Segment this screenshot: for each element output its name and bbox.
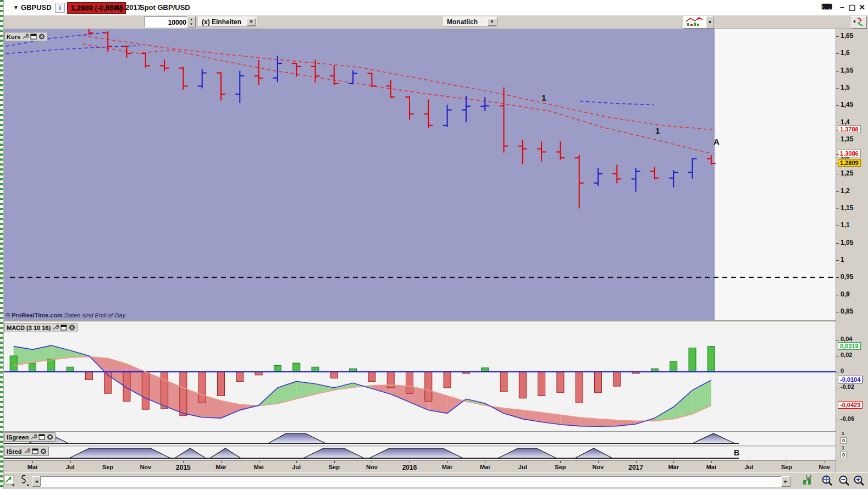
price-tick-label: 0,95 xyxy=(841,273,853,281)
isgreen-panel-chip: ISgreen xyxy=(4,432,56,442)
svg-text:1: 1 xyxy=(655,126,660,135)
window-icon[interactable] xyxy=(30,34,37,40)
spin-down-icon[interactable]: ▼ xyxy=(187,22,195,27)
panel-separator[interactable] xyxy=(0,431,836,433)
keyboard-icon[interactable]: ⌨ xyxy=(821,2,830,11)
panel-separator[interactable] xyxy=(0,320,836,323)
quantity-stepper[interactable]: ▲ ▼ xyxy=(187,17,196,28)
close-icon[interactable] xyxy=(47,434,53,440)
isgreen-plot[interactable] xyxy=(0,432,836,446)
close-icon[interactable] xyxy=(38,34,45,40)
macd-value-box: -0,0104 xyxy=(838,376,863,383)
maximize-button[interactable]: ▢ xyxy=(848,3,856,12)
price-tick-label: 1,65 xyxy=(841,32,853,40)
price-tick-label: 1,1 xyxy=(841,221,850,229)
realtime-sync-button[interactable] xyxy=(852,16,867,29)
price-axis[interactable]: 1,651,61,551,51,451,41,351,31,251,21,151… xyxy=(836,29,868,472)
wrench-icon[interactable] xyxy=(24,448,30,454)
time-axis-label: Jul xyxy=(66,464,75,470)
axis-tick xyxy=(70,461,71,463)
price-tick-label: 1,45 xyxy=(841,101,853,108)
axis-tick xyxy=(836,340,839,340)
dock-handle-strip[interactable] xyxy=(0,0,4,489)
chart-type-button[interactable] xyxy=(683,16,706,29)
price-tick-label: 1,2 xyxy=(841,187,850,195)
info-icon[interactable]: i xyxy=(55,3,65,13)
axis-tick xyxy=(836,226,839,226)
axis-tick xyxy=(836,295,839,295)
panel-separator[interactable] xyxy=(0,446,836,447)
macd-plot[interactable] xyxy=(0,322,836,431)
time-axis-label: Sep xyxy=(781,464,792,470)
window-icon[interactable] xyxy=(32,448,38,454)
wrench-icon[interactable] xyxy=(22,34,29,40)
time-axis-label: 2015 xyxy=(176,464,191,471)
link-tool-button[interactable] xyxy=(20,475,32,487)
symbol-caret-icon[interactable]: ▼ xyxy=(13,4,19,10)
close-icon[interactable] xyxy=(69,325,75,331)
axis-tick xyxy=(836,36,839,37)
window-icon[interactable] xyxy=(60,325,67,331)
axis-tick xyxy=(836,53,839,54)
wrench-icon[interactable] xyxy=(30,434,37,440)
symbol-title: GBPUSD xyxy=(21,3,52,12)
wrench-icon[interactable] xyxy=(52,325,59,331)
chart-settings-button[interactable] xyxy=(801,475,814,487)
settings-wrench-icon xyxy=(801,475,814,487)
window-icon[interactable] xyxy=(38,434,45,440)
axis-tick xyxy=(836,163,839,164)
market-name: Spot GBP/USD xyxy=(140,3,190,12)
macd-tick-label: -0,02 xyxy=(841,383,854,390)
time-axis-label: Mär xyxy=(668,464,679,470)
price-chart-plot[interactable]: 11A xyxy=(0,29,836,320)
draw-tool-button[interactable] xyxy=(4,475,16,487)
price-tick-label: 1,55 xyxy=(841,67,853,74)
price-tick-label: 1,25 xyxy=(841,169,853,177)
zoom-in-button[interactable] xyxy=(853,475,865,487)
quantity-input[interactable] xyxy=(145,18,187,28)
time-axis-label: Sep xyxy=(329,464,340,470)
time-axis-label: Jul xyxy=(744,464,753,470)
macd-tick-label: 0 xyxy=(841,367,844,374)
time-axis-label: Sep xyxy=(102,464,113,470)
zoom-reset-button[interactable] xyxy=(820,475,832,487)
time-axis-label: Mai xyxy=(480,464,490,470)
zoom-out-button[interactable] xyxy=(838,475,850,487)
axis-tick xyxy=(296,461,297,463)
chevron-down-icon[interactable]: ▼ xyxy=(247,18,256,26)
zoom-fit-icon xyxy=(820,475,833,488)
time-axis[interactable]: MaiJulSepNov2015MärMaiJulSepNov2016MärMa… xyxy=(0,460,836,473)
minimize-button[interactable]: – xyxy=(838,3,847,12)
is-axis-low-box: 0 xyxy=(841,437,847,444)
chart-type-icon xyxy=(684,17,705,27)
close-button[interactable]: ✕ xyxy=(858,3,866,12)
axis-tick xyxy=(836,174,839,174)
isred-plot[interactable]: B xyxy=(0,446,836,460)
timeframe-dropdown[interactable]: Monatlich ▼ xyxy=(443,17,498,26)
isred-panel-label: ISred xyxy=(7,448,22,455)
chevron-down-icon[interactable]: ▼ xyxy=(488,18,496,26)
svg-text:B: B xyxy=(734,448,739,457)
spin-up-icon[interactable]: ▲ xyxy=(187,17,195,22)
price-value-box: 1,3086 xyxy=(838,150,861,157)
macd-value-box: 0,0319 xyxy=(838,342,861,350)
macd-value-box: -0,0423 xyxy=(838,401,863,409)
unit-dropdown[interactable]: (x) Einheiten ▼ xyxy=(198,17,257,26)
scroll-right-icon[interactable]: ► xyxy=(781,476,790,487)
price-tick-label: 1,35 xyxy=(841,135,853,143)
chart-type-caret[interactable]: ▼ xyxy=(706,16,714,29)
axis-tick xyxy=(447,461,448,463)
close-icon[interactable] xyxy=(40,448,47,454)
time-axis-label: Nov xyxy=(593,464,604,470)
horizontal-scrollbar[interactable] xyxy=(40,476,782,487)
data-note-text: Daten sind End-of-Day xyxy=(64,312,125,318)
axis-tick xyxy=(836,130,839,130)
time-axis-label: 2017 xyxy=(628,464,643,471)
axis-tick xyxy=(836,372,839,372)
axis-tick xyxy=(836,191,839,192)
axis-tick xyxy=(410,461,410,463)
macd-panel-label: MACD (3 10 16) xyxy=(7,325,51,331)
axis-tick xyxy=(836,356,839,356)
time-axis-label: Mär xyxy=(442,464,453,470)
macd-panel-chip: MACD (3 10 16) xyxy=(4,323,78,332)
